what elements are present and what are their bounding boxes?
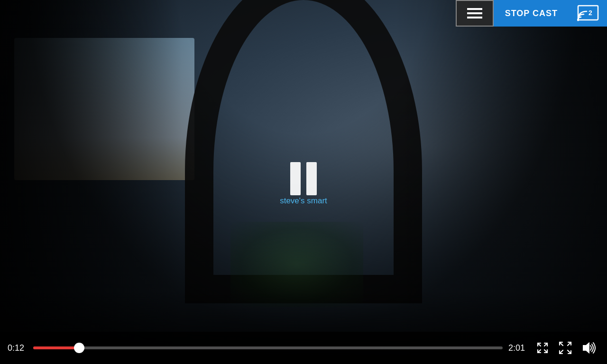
current-time: 0:12 (8, 343, 28, 353)
svg-point-1 (577, 19, 579, 21)
progress-bar[interactable] (33, 346, 503, 349)
menu-button[interactable] (456, 0, 494, 27)
cast-device-label: steve's smart (280, 196, 327, 206)
svg-marker-11 (583, 343, 589, 353)
svg-text:2: 2 (589, 9, 592, 17)
shrink-button[interactable] (534, 339, 551, 356)
pause-indicator[interactable] (290, 162, 317, 195)
stop-cast-button[interactable]: STOP CAST (494, 0, 569, 27)
cast-device-name: steve's smart (280, 196, 327, 205)
stop-cast-label: STOP CAST (505, 9, 558, 18)
fullscreen-icon (559, 341, 572, 355)
total-time: 2:01 (508, 343, 528, 353)
shrink-icon (536, 341, 549, 355)
player-controls: 0:12 2:01 (0, 332, 607, 364)
fullscreen-button[interactable] (557, 339, 574, 356)
pause-bar-right (306, 162, 317, 195)
cast-icon: 2 (577, 5, 599, 22)
volume-icon (581, 341, 598, 355)
progress-fill (33, 346, 79, 349)
pause-bar-left (290, 162, 301, 195)
menu-icon (467, 8, 482, 18)
volume-button[interactable] (579, 339, 599, 356)
progress-handle[interactable] (74, 343, 84, 353)
cast-device-button[interactable]: 2 (569, 0, 607, 27)
top-controls-bar: STOP CAST 2 (456, 0, 607, 27)
